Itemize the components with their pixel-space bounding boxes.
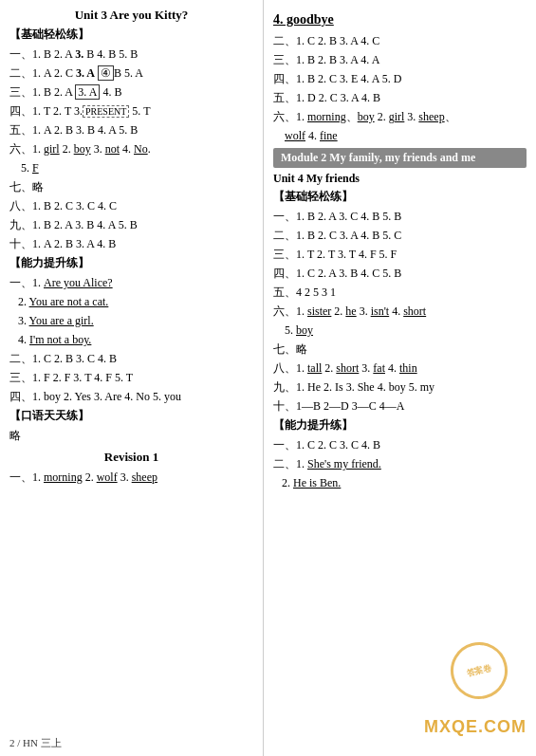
line-6: 六、1. girl 2. boy 3. not 4. No. <box>9 140 253 157</box>
r4-line-10: 十、1—B 2—D 3—C 4—A <box>273 397 527 415</box>
r4-line-6b: 5. boy <box>273 322 527 339</box>
r4-line-3: 三、1. T 2. T 3. T 4. F 5. F <box>273 246 527 263</box>
ability-1: 一、1. Are you Alice? <box>9 274 253 291</box>
ability-2: 2. You are not a cat. <box>9 293 253 310</box>
line-3: 三、1. B 2. A 3. A 4. B <box>9 83 253 101</box>
line-4: 四、1. T 2. T 3.PRESENT 5. T <box>9 102 253 120</box>
section2-header-right: 【能力提升练】 <box>273 417 527 433</box>
r-line-5: 五、1. D 2. C 3. A 4. B <box>273 89 527 106</box>
left-column: Unit 3 Are you Kitty? 【基础轻松练】 一、1. B 2. … <box>0 0 264 756</box>
line-1: 一、1. B 2. A 3. B 4. B 5. B <box>9 46 253 63</box>
r4-line-8: 八、1. tall 2. short 3. fat 4. thin <box>273 360 527 377</box>
r4-ability-3: 2. He is Ben. <box>273 474 527 491</box>
r-line-3: 三、1. B 2. B 3. A 4. A <box>273 51 527 68</box>
line-7: 七、略 <box>9 178 253 195</box>
r-line-6: 六、1. morning、boy 2. girl 3. sheep、 <box>273 108 527 125</box>
line-2: 二、1. A 2. C 3. A ④B 5. A <box>9 65 253 82</box>
r4-line-4: 四、1. C 2. A 3. B 4. C 5. B <box>273 265 527 282</box>
line-10: 十、1. A 2. B 3. A 4. B <box>9 235 253 252</box>
revision-line: 一、1. morning 2. wolf 3. sheep <box>9 469 253 486</box>
oral-line: 略 <box>9 427 253 444</box>
r4-line-9: 九、1. He 2. Is 3. She 4. boy 5. my <box>273 378 527 396</box>
r-line-4: 四、1. B 2. C 3. E 4. A 5. D <box>273 70 527 87</box>
ability-3: 3. You are a girl. <box>9 312 253 329</box>
r-line-6b: wolf 4. fine <box>273 127 527 144</box>
line-6b: 5. F <box>9 159 253 176</box>
line-4-goodbye: 4. goodbye <box>273 9 527 29</box>
r4-line-7: 七、略 <box>273 341 527 358</box>
unit-title: Unit 3 Are you Kitty? <box>9 8 253 23</box>
r4-ability-1: 一、1. C 2. C 3. C 4. B <box>273 436 527 453</box>
line-5: 五、1. A 2. B 3. B 4. A 5. B <box>9 121 253 138</box>
right-column: 4. goodbye 二、1. C 2. B 3. A 4. C 三、1. B … <box>264 0 536 756</box>
line-9: 九、1. B 2. A 3. B 4. A 5. B <box>9 216 253 233</box>
r4-line-5: 五、4 2 5 3 1 <box>273 284 527 301</box>
section3-header-left: 【口语天天练】 <box>9 408 253 424</box>
ability-6: 三、1. F 2. F 3. T 4. F 5. T <box>9 369 253 386</box>
section1-header-right: 【基础轻松练】 <box>273 189 527 205</box>
ability-4: 4. I'm not a boy. <box>9 331 253 348</box>
footer-text: 2 / HN 三上 <box>9 736 62 750</box>
r-line-2: 二、1. C 2. B 3. A 4. C <box>273 32 527 49</box>
line-8: 八、1. B 2. C 3. C 4. C <box>9 197 253 214</box>
r4-line-1: 一、1. B 2. A 3. C 4. B 5. B <box>273 208 527 225</box>
ability-7: 四、1. boy 2. Yes 3. Are 4. No 5. you <box>9 388 253 405</box>
module-banner: Module 2 My family, my friends and me <box>273 148 527 168</box>
r4-ability-2: 二、1. She's my friend. <box>273 455 527 472</box>
unit4-title: Unit 4 My friends <box>273 172 527 186</box>
watermark: MXQE.COM <box>424 717 527 737</box>
r4-line-6: 六、1. sister 2. he 3. isn't 4. short <box>273 303 527 320</box>
section2-header-left: 【能力提升练】 <box>9 255 253 271</box>
revision-title: Revision 1 <box>9 450 253 465</box>
section1-header-left: 【基础轻松练】 <box>9 27 253 43</box>
ability-5: 二、1. C 2. B 3. C 4. B <box>9 350 253 367</box>
r4-line-2: 二、1. B 2. C 3. A 4. B 5. C <box>273 227 527 244</box>
